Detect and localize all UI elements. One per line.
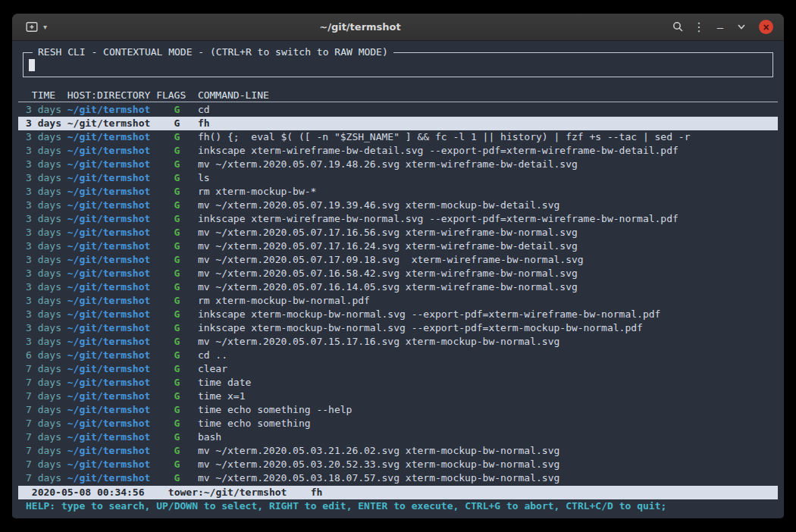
history-row[interactable]: 7 days~/git/termshotGmv ~/xterm.2020.05.…: [18, 471, 778, 485]
history-row[interactable]: 3 days~/git/termshotGmv ~/xterm.2020.05.…: [18, 280, 778, 294]
search-input-box[interactable]: RESH CLI - CONTEXTUAL MODE - (CTRL+R to …: [23, 52, 773, 77]
command-cell: mv ~/xterm.2020.05.07.19.48.26.svg xterm…: [192, 158, 770, 171]
time-cell: 3 days: [26, 117, 61, 130]
directory-cell: ~/git/termshot: [67, 267, 151, 280]
directory-cell: ~/git/termshot: [67, 390, 151, 403]
minimize-button[interactable]: –: [710, 17, 731, 38]
history-row[interactable]: 3 days~/git/termshotGmv ~/xterm.2020.05.…: [18, 239, 778, 253]
directory-cell: ~/git/termshot: [67, 158, 151, 171]
time-cell: 7 days: [26, 362, 61, 376]
directory-cell: ~/git/termshot: [67, 280, 151, 294]
directory-cell: ~/git/termshot: [67, 171, 151, 185]
time-cell: 3 days: [26, 185, 61, 199]
command-cell: mv ~/xterm.2020.05.07.15.17.16.svg xterm…: [192, 335, 770, 349]
history-row[interactable]: 3 days~/git/termshotGinkscape xterm-wire…: [18, 144, 778, 158]
flag-cell: G: [156, 294, 186, 308]
history-row[interactable]: 7 days~/git/termshotGmv ~/xterm.2020.05.…: [18, 458, 778, 471]
history-row[interactable]: 3 days~/git/termshotGcd: [18, 103, 778, 117]
directory-cell: ~/git/termshot: [67, 117, 151, 130]
directory-cell: ~/git/termshot: [67, 144, 151, 158]
history-row[interactable]: 3 days~/git/termshotGmv ~/xterm.2020.05.…: [18, 158, 778, 171]
command-cell: mv ~/xterm.2020.05.03.21.26.02.svg xterm…: [192, 444, 770, 458]
search-icon: [672, 21, 684, 33]
minimize-icon: –: [717, 20, 723, 33]
history-row[interactable]: 7 days~/git/termshotGtime echo something: [18, 417, 778, 430]
directory-cell: ~/git/termshot: [67, 376, 151, 390]
history-row[interactable]: 3 days~/git/termshotGinkscape xterm-mock…: [18, 308, 778, 321]
history-row[interactable]: 3 days~/git/termshotGinkscape xterm-mock…: [18, 321, 778, 335]
history-row[interactable]: 3 days~/git/termshotGmv ~/xterm.2020.05.…: [18, 226, 778, 239]
time-cell: 3 days: [26, 226, 61, 239]
directory-cell: ~/git/termshot: [67, 471, 151, 485]
search-button[interactable]: [667, 17, 688, 38]
time-cell: 6 days: [26, 349, 61, 362]
command-cell: mv ~/xterm.2020.05.07.16.58.42.svg xterm…: [192, 267, 770, 280]
time-cell: 3 days: [26, 294, 61, 308]
time-cell: 3 days: [26, 144, 61, 158]
history-row[interactable]: 3 days~/git/termshotGrm xterm-mockup-bw-…: [18, 185, 778, 199]
header-host-directory: HOST:DIRECTORY: [67, 89, 151, 102]
directory-cell: ~/git/termshot: [67, 430, 151, 444]
flag-cell: G: [156, 185, 186, 199]
history-row[interactable]: 6 days~/git/termshotGcd ..: [18, 349, 778, 362]
flag-cell: G: [156, 458, 186, 471]
flag-cell: G: [156, 444, 186, 458]
history-row[interactable]: 3 days~/git/termshotGls: [18, 171, 778, 185]
directory-cell: ~/git/termshot: [67, 130, 151, 144]
restore-button[interactable]: [731, 17, 752, 38]
history-row[interactable]: 7 days~/git/termshotGtime x=1: [18, 390, 778, 403]
new-tab-button[interactable]: ▾: [20, 18, 53, 36]
history-row[interactable]: 3 days~/git/termshotGmv ~/xterm.2020.05.…: [18, 199, 778, 212]
history-row[interactable]: 3 days~/git/termshotGmv ~/xterm.2020.05.…: [18, 253, 778, 267]
window-title: ~/git/termshot: [103, 21, 617, 33]
time-cell: 3 days: [26, 171, 61, 185]
command-cell: time x=1: [192, 390, 770, 403]
command-cell: mv ~/xterm.2020.05.07.17.16.56.svg xterm…: [192, 226, 770, 239]
history-row[interactable]: 7 days~/git/termshotGbash: [18, 430, 778, 444]
history-row[interactable]: 7 days~/git/termshotGtime date: [18, 376, 778, 390]
restore-icon: [737, 23, 746, 30]
command-cell: inkscape xterm-wireframe-bw-normal.svg -…: [192, 212, 770, 226]
directory-cell: ~/git/termshot: [67, 185, 151, 199]
history-row[interactable]: 7 days~/git/termshotGtime echo something…: [18, 403, 778, 417]
flag-cell: G: [156, 376, 186, 390]
command-cell: clear: [192, 362, 770, 376]
chevron-down-icon: ▾: [43, 23, 47, 31]
time-cell: 3 days: [26, 308, 61, 321]
close-button[interactable]: ×: [759, 20, 773, 34]
directory-cell: ~/git/termshot: [67, 199, 151, 212]
flag-cell: G: [156, 103, 186, 117]
history-row[interactable]: 3 days~/git/termshotGmv ~/xterm.2020.05.…: [18, 267, 778, 280]
history-list: 3 days~/git/termshotGcd3 days~/git/terms…: [18, 103, 778, 485]
flag-cell: G: [156, 144, 186, 158]
time-cell: 3 days: [26, 103, 61, 117]
status-datetime: 2020-05-08 00:34:56: [32, 486, 145, 499]
command-cell: fh() {; eval $( ([ -n "$ZSH_NAME" ] && f…: [192, 130, 770, 144]
titlebar[interactable]: ▾ ~/git/termshot ⋮ – ×: [12, 14, 784, 41]
time-cell: 3 days: [26, 130, 61, 144]
history-row[interactable]: 3 days~/git/termshotGmv ~/xterm.2020.05.…: [18, 335, 778, 349]
flag-cell: G: [156, 212, 186, 226]
menu-button[interactable]: ⋮: [688, 17, 710, 38]
history-row[interactable]: 3 days~/git/termshotGrm xterm-mockup-bw-…: [18, 294, 778, 308]
time-cell: 7 days: [26, 430, 61, 444]
flag-cell: G: [156, 130, 186, 144]
flag-cell: G: [156, 117, 186, 130]
time-cell: 3 days: [26, 321, 61, 335]
terminal-content[interactable]: RESH CLI - CONTEXTUAL MODE - (CTRL+R to …: [12, 41, 784, 518]
history-row[interactable]: 3 days~/git/termshotGinkscape xterm-wire…: [18, 212, 778, 226]
history-table-header: TIME HOST:DIRECTORY FLAGS COMMAND-LINE: [18, 89, 778, 102]
history-row[interactable]: 7 days~/git/termshotGmv ~/xterm.2020.05.…: [18, 444, 778, 458]
flag-cell: G: [156, 267, 186, 280]
header-flags: FLAGS: [156, 89, 186, 102]
status-host-directory: tower:~/git/termshot: [168, 486, 287, 499]
header-command-line: COMMAND-LINE: [192, 89, 770, 102]
history-row[interactable]: 3 days~/git/termshotGfh: [18, 117, 778, 130]
desktop-background: ▾ ~/git/termshot ⋮ – ×: [0, 0, 796, 532]
flag-cell: G: [156, 321, 186, 335]
directory-cell: ~/git/termshot: [67, 212, 151, 226]
history-row[interactable]: 7 days~/git/termshotGclear: [18, 362, 778, 376]
history-row[interactable]: 3 days~/git/termshotGfh() {; eval $( ([ …: [18, 130, 778, 144]
flag-cell: G: [156, 417, 186, 430]
flag-cell: G: [156, 280, 186, 294]
